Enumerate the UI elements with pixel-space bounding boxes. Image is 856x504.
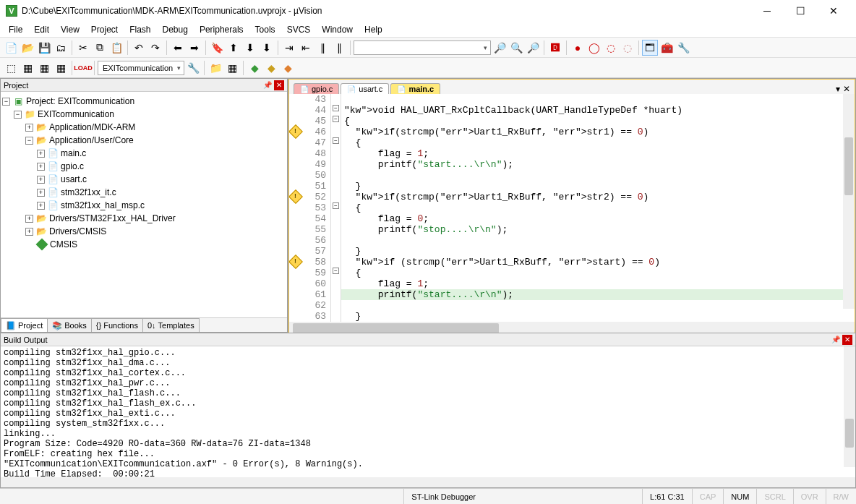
status-scrl: SCRL (756, 489, 792, 504)
configure-icon[interactable]: 🔧 (675, 40, 691, 56)
target-options-icon[interactable]: 🔧 (185, 60, 201, 76)
copy-icon[interactable]: ⧉ (92, 40, 108, 56)
status-num: NUM (723, 489, 756, 504)
menu-svcs[interactable]: SVCS (281, 23, 317, 36)
manage-icon[interactable]: ▦ (224, 60, 240, 76)
breakpoint-kill-icon[interactable]: ◌ (603, 40, 619, 56)
editor-tab-usart-c[interactable]: 📄 usart.c (341, 83, 389, 94)
app-logo: V (6, 5, 17, 17)
editor-tab-main-c[interactable]: 📄 main.c (390, 83, 440, 94)
rebuild-icon[interactable]: ▦ (36, 60, 52, 76)
editor-tab-gpio-c[interactable]: 📄 gpio.c (294, 83, 339, 94)
main-toolbar: 📄 📂 💾 🗂 ✂ ⧉ 📋 ↶ ↷ ⬅ ➡ 🔖 ⬆ ⬇ ⬇ ⇥ ⇤ ∥ ∥ ▾ … (0, 38, 856, 58)
breakpoint-disable-icon[interactable]: ◯ (586, 40, 602, 56)
nav-back-icon[interactable]: ⬅ (170, 40, 186, 56)
project-tree[interactable]: −▣Project: EXITcommunication−📁EXITcommun… (1, 92, 287, 317)
toolbox-icon[interactable]: 🧰 (659, 40, 675, 56)
batch-build-icon[interactable]: ▦ (53, 60, 69, 76)
open-file-icon[interactable]: 📂 (20, 40, 35, 56)
build-output-text[interactable]: compiling stm32f1xx_hal_gpio.c... compil… (1, 346, 855, 477)
menu-window[interactable]: Window (316, 23, 359, 36)
save-icon[interactable]: 💾 (36, 40, 52, 56)
tree-group[interactable]: +📂Application/MDK-ARM (2, 121, 286, 134)
tree-file[interactable]: +📄stm32f1xx_it.c (2, 186, 286, 199)
minimize-button[interactable]: ─ (750, 0, 784, 22)
indent-icon[interactable]: ⇥ (281, 40, 297, 56)
find-combo[interactable]: ▾ (354, 40, 491, 55)
project-panel-header: Project 📌 ✕ (1, 79, 287, 92)
window-title: D:\Cube\EXITcommunication\MDK-ARM\EXITco… (22, 6, 750, 16)
tree-group[interactable]: −📂Application/User/Core (2, 134, 286, 147)
window-icon[interactable]: 🗔 (642, 40, 658, 56)
tab-dropdown-icon[interactable]: ▾ (836, 84, 840, 94)
tree-root[interactable]: −▣Project: EXITcommunication (2, 95, 286, 108)
bottom-tab-functions[interactable]: {} Functions (91, 318, 143, 332)
tree-file[interactable]: +📄gpio.c (2, 160, 286, 173)
close-button[interactable]: ✕ (817, 0, 850, 22)
paste-icon[interactable]: 📋 (108, 40, 124, 56)
target-combo[interactable]: EXITcommunication▾ (98, 61, 184, 75)
menu-project[interactable]: Project (85, 23, 124, 36)
tab-close-icon[interactable]: ✕ (843, 84, 850, 94)
tree-group[interactable]: +📂Drivers/CMSIS (2, 225, 286, 238)
comment-icon[interactable]: ∥ (314, 40, 330, 56)
maximize-button[interactable]: ☐ (784, 0, 817, 22)
menu-view[interactable]: View (55, 23, 85, 36)
tree-group[interactable]: +📂Drivers/STM32F1xx_HAL_Driver (2, 212, 286, 225)
bookmark-icon[interactable]: 🔖 (209, 40, 225, 56)
menu-flash[interactable]: Flash (124, 23, 156, 36)
bookmark-clear-icon[interactable]: ⬇ (259, 40, 275, 56)
code-editor[interactable]: !!! 434445464748495051525354555657585960… (289, 94, 855, 322)
tree-target[interactable]: −📁EXITcommunication (2, 108, 286, 121)
build-scrollbar-h[interactable] (1, 477, 855, 487)
status-bar: ST-Link Debugger L:61 C:31 CAP NUM SCRL … (0, 488, 856, 504)
uncomment-icon[interactable]: ∥ (331, 40, 347, 56)
tree-file[interactable]: +📄stm32f1xx_hal_msp.c (2, 199, 286, 212)
build-output-header: Build Output 📌 ✕ (1, 333, 855, 346)
panel-close-icon[interactable]: ✕ (842, 335, 852, 345)
pin-icon[interactable]: 📌 (262, 80, 273, 90)
title-bar: V D:\Cube\EXITcommunication\MDK-ARM\EXIT… (0, 0, 856, 22)
panel-close-icon[interactable]: ✕ (274, 80, 284, 90)
find-icon[interactable]: 🔎 (492, 40, 508, 56)
cut-icon[interactable]: ✂ (75, 40, 91, 56)
nav-fwd-icon[interactable]: ➡ (187, 40, 202, 56)
build-scrollbar-v[interactable] (844, 346, 855, 467)
redo-icon[interactable]: ↷ (147, 40, 163, 56)
bookmark-prev-icon[interactable]: ⬆ (226, 40, 241, 56)
pack-green-icon[interactable]: ◆ (247, 60, 262, 76)
breakpoint-icon[interactable]: ● (570, 40, 586, 56)
outdent-icon[interactable]: ⇤ (298, 40, 314, 56)
editor-tabs: 📄 gpio.c📄 usart.c📄 main.c ▾ ✕ (289, 80, 855, 94)
bottom-tab-templates[interactable]: 0↓ Templates (142, 318, 200, 332)
incremental-find-icon[interactable]: 🔎 (525, 40, 541, 56)
pack-yellow-icon[interactable]: ◆ (263, 60, 279, 76)
tree-file[interactable]: +📄main.c (2, 147, 286, 160)
menu-peripherals[interactable]: Peripherals (194, 23, 249, 36)
editor-scrollbar-v[interactable] (843, 94, 855, 309)
debug-icon[interactable]: 🅳 (547, 40, 563, 56)
menu-help[interactable]: Help (359, 23, 388, 36)
menu-tools[interactable]: Tools (249, 23, 281, 36)
undo-icon[interactable]: ↶ (131, 40, 147, 56)
translate-icon[interactable]: ⬚ (3, 60, 19, 76)
pack-orange-icon[interactable]: ◆ (280, 60, 296, 76)
new-file-icon[interactable]: 📄 (3, 40, 19, 56)
build-icon[interactable]: ▦ (20, 60, 35, 76)
bottom-tab-books[interactable]: 📚 Books (47, 318, 92, 332)
find-in-files-icon[interactable]: 🔍 (508, 40, 524, 56)
save-all-icon[interactable]: 🗂 (53, 40, 69, 56)
breakpoint-all-icon[interactable]: ◌ (620, 40, 635, 56)
editor-scrollbar-h[interactable] (289, 322, 855, 333)
menu-edit[interactable]: Edit (28, 23, 55, 36)
bottom-tab-project[interactable]: 📘 Project (1, 318, 48, 332)
tree-cmsis[interactable]: CMSIS (2, 238, 286, 251)
file-ext-icon[interactable]: 📁 (207, 60, 223, 76)
menu-debug[interactable]: Debug (157, 23, 194, 36)
download-icon[interactable]: LOAD (75, 60, 91, 76)
tree-file[interactable]: +📄usart.c (2, 173, 286, 186)
editor-panel: 📄 gpio.c📄 usart.c📄 main.c ▾ ✕ !!! 434445… (288, 78, 856, 333)
bookmark-next-icon[interactable]: ⬇ (242, 40, 258, 56)
pin-icon[interactable]: 📌 (831, 335, 841, 345)
menu-file[interactable]: File (3, 23, 28, 36)
